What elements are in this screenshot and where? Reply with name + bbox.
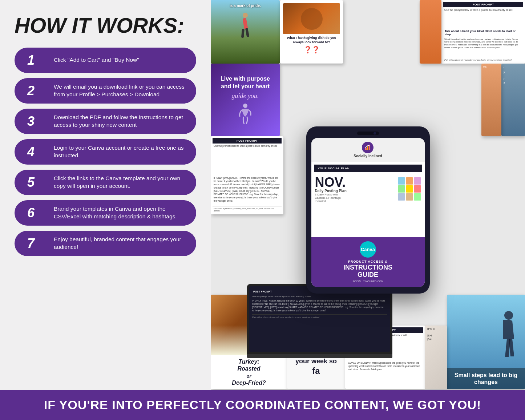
step-6-text: Brand your templates in Canva and open t… xyxy=(47,200,196,226)
step-7-text: Enjoy beautiful, branded content that en… xyxy=(47,231,196,256)
step-5: 5 Click the links to the Canva template … xyxy=(15,170,196,195)
tablet-subtitle: Daily Posting Plan xyxy=(315,189,395,193)
right-edge-text-2: yra xyxy=(504,70,523,85)
inspiration-text: Live with purpose and let your heart xyxy=(219,75,272,90)
step-1-number: 1 xyxy=(15,48,47,73)
right-edge-text-1: r xyxy=(504,66,523,69)
prompt-body-2: IF ONLY [I/WE] KNEW. Rewind the clock 10… xyxy=(213,175,282,207)
tablet-desc: 3 Daily Posts withCaption & HashtagsIncl… xyxy=(315,193,395,203)
prompt-body-3: GOALS ON SUNDAY: Make a post about the g… xyxy=(347,360,423,387)
tablet-guide-title-main: INSTRUCTIONSGUIDE xyxy=(316,264,420,279)
prompt-title-1: Talk about a habit your ideal client nee… xyxy=(443,28,523,37)
step-2: 2 We will email you a download link or y… xyxy=(15,78,196,104)
turkey-text: Turkey:RoastedorDeep-Fried? xyxy=(213,358,285,386)
thanksgiving-title: What Thanksgiving dish do you always loo… xyxy=(283,36,340,44)
tablet-device: Socially Inclined YOUR SOCIAL PLAN NOV. … xyxy=(306,126,430,294)
post-prompt-tile-2: POST PROMPT Use the prompt below to writ… xyxy=(211,136,283,214)
laptop-prompt-sub: Use the prompt below to write a post to … xyxy=(252,295,387,298)
tablet-logo-area: Socially Inclined xyxy=(354,142,382,158)
prompt-footer-2: Pair with a photo of yourself, your prod… xyxy=(213,206,282,213)
step-7-number: 7 xyxy=(15,231,47,256)
tablet-canva-badge: Canva xyxy=(360,241,376,258)
svg-rect-6 xyxy=(365,148,367,150)
laptop-screen: POST PROMPT Use the prompt below to writ… xyxy=(249,286,390,352)
small-steps-text: Small steps lead to big changes xyxy=(451,372,521,385)
laptop-prompt-body: IF ONLY [I/WE] KNEW. Rewind the clock 10… xyxy=(252,299,387,312)
right-edge-tile-1: r yra xyxy=(501,64,525,136)
its-c-tile: IT'S C[SH[AS xyxy=(425,326,447,389)
prompt-sub-1: Use the prompt below to write a post to … xyxy=(443,7,523,28)
step-1: 1 Click "Add to Cart" and "Buy Now" xyxy=(15,48,196,73)
step-6: 6 Brand your templates in Canva and open… xyxy=(15,200,196,226)
svg-point-5 xyxy=(504,311,513,320)
inspiration-script: guide you. xyxy=(232,92,259,100)
svg-point-4 xyxy=(243,104,247,108)
step-5-text: Click the links to the Canva template an… xyxy=(47,170,196,195)
small-steps-tile: Small steps lead to big changes xyxy=(447,295,525,389)
step-4-number: 4 xyxy=(15,139,47,165)
tablet-screen: Socially Inclined YOUR SOCIAL PLAN NOV. … xyxy=(311,138,425,287)
step-3-text: Download the PDF and follow the instruct… xyxy=(47,109,196,134)
post-prompt-tile-1: POST PROMPT Use the prompt below to writ… xyxy=(441,0,525,64)
tablet-guide-title-top: PRODUCT ACCESS & xyxy=(316,260,420,263)
right-panel: POST PROMPT Use the prompt below to writ… xyxy=(211,0,525,420)
prompt-sub-2: Use the prompt below to write a post to … xyxy=(213,144,282,175)
prompt-header-1: POST PROMPT xyxy=(443,2,523,7)
svg-rect-1 xyxy=(242,18,248,29)
step-5-number: 5 xyxy=(15,170,47,195)
left-panel: HOW IT WORKS: 1 Click "Add to Cart" and … xyxy=(0,0,211,420)
tablet-screen-top: Socially Inclined xyxy=(311,138,425,162)
tablet-month: NOV. xyxy=(315,176,395,189)
tablet-bottom-section: Canva PRODUCT ACCESS & INSTRUCTIONSGUIDE… xyxy=(311,237,425,287)
svg-rect-8 xyxy=(369,145,370,150)
laptop-frame: POST PROMPT Use the prompt below to writ… xyxy=(247,284,392,358)
step-7: 7 Enjoy beautiful, branded content that … xyxy=(15,231,196,256)
step-2-number: 2 xyxy=(15,78,47,104)
thanksgiving-tile: What Thanksgiving dish do you always loo… xyxy=(280,0,343,64)
its-c-text: IT'S C[SH[AS xyxy=(425,326,447,342)
svg-rect-2 xyxy=(241,29,245,38)
step-4-text: Login to your Canva account or create a … xyxy=(47,139,196,165)
svg-rect-3 xyxy=(245,28,249,37)
page-container: HOW IT WORKS: 1 Click "Add to Cart" and … xyxy=(0,0,525,420)
prompt-footer-1: Pair with a photo of yourself, your prod… xyxy=(443,58,523,62)
orange-accent-tile xyxy=(420,0,441,64)
laptop-screen-outer: POST PROMPT Use the prompt below to writ… xyxy=(247,284,392,354)
tablet-plan-header: YOUR SOCIAL PLAN xyxy=(314,165,422,172)
tablet-camera xyxy=(357,132,379,135)
week-text-cont: fa xyxy=(312,366,320,376)
laptop-prompt-footer: Pair with a photo of yourself, your prod… xyxy=(252,314,387,318)
tablet-screen-content: YOUR SOCIAL PLAN NOV. Daily Posting Plan… xyxy=(311,162,425,237)
step-6-number: 6 xyxy=(15,200,47,226)
prompt-header-2: POST PROMPT xyxy=(213,138,282,144)
steps-list: 1 Click "Add to Cart" and "Buy Now" 2 We… xyxy=(15,48,196,413)
step-3-number: 3 xyxy=(15,109,47,134)
page-title: HOW IT WORKS: xyxy=(15,15,196,37)
step-2-text: We will email you a download link or you… xyxy=(47,78,196,104)
laptop-base xyxy=(247,354,392,358)
inspiration-tile: Live with purpose and let your heart gui… xyxy=(211,64,280,136)
svg-point-0 xyxy=(243,13,248,18)
runner-tile: is a mark of pride. xyxy=(211,0,280,64)
svg-rect-7 xyxy=(367,146,368,150)
tablet-logo-icon xyxy=(362,142,373,153)
tablet-frame: Socially Inclined YOUR SOCIAL PLAN NOV. … xyxy=(306,126,430,294)
prompt-body-1: We all have bad habits and can help our … xyxy=(443,37,523,58)
laptop-device: POST PROMPT Use the prompt below to writ… xyxy=(247,284,392,358)
right-edge-tile-2: Ha xyxy=(481,64,501,136)
step-1-text: Click "Add to Cart" and "Buy Now" xyxy=(47,48,196,73)
step-3: 3 Download the PDF and follow the instru… xyxy=(15,109,196,134)
bottom-banner: IF YOU'RE INTO PERFECTLY COORDINATED CON… xyxy=(0,390,525,420)
tablet-logo-text: Socially Inclined xyxy=(354,154,382,158)
step-4: 4 Login to your Canva account or create … xyxy=(15,139,196,165)
tablet-domain: SOCIALLYINCLINED.COM xyxy=(316,280,420,283)
